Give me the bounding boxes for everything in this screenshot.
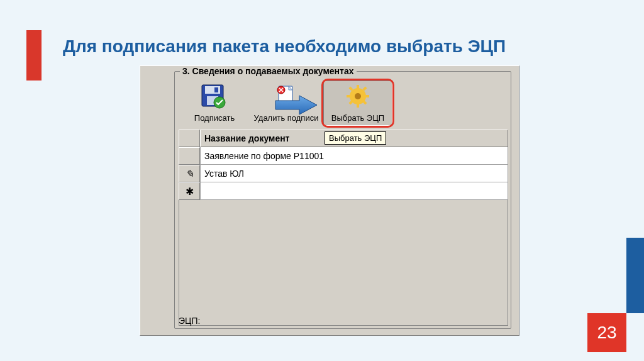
edit-pen-icon: ✎ (186, 168, 194, 180)
svg-rect-3 (214, 87, 218, 92)
delete-signatures-button[interactable]: Удалить подписи (252, 81, 321, 126)
choose-ecp-button[interactable]: Выбрать ЭЦП (323, 81, 392, 126)
ecp-label: ЭЦП: (179, 316, 200, 326)
grid-empty-area (179, 200, 508, 326)
row-selector[interactable]: ✎ (179, 165, 200, 182)
table-cell[interactable]: Устав ЮЛ (200, 165, 508, 182)
table-cell[interactable] (200, 182, 508, 200)
sign-button-label: Подписать (194, 113, 235, 123)
slide-title: Для подписания пакета необходимо выбрать… (63, 36, 506, 57)
grid-corner[interactable] (179, 130, 200, 147)
table-cell[interactable]: Заявление по форме Р11001 (200, 147, 508, 165)
svg-point-16 (355, 93, 361, 99)
new-row-icon: ✱ (186, 186, 194, 197)
documents-grid: Название документ Заявление по форме Р11… (179, 130, 508, 326)
svg-rect-9 (357, 103, 359, 108)
accent-bar (26, 30, 42, 81)
choose-button-label: Выбрать ЭЦП (331, 113, 384, 123)
delete-page-icon (274, 84, 299, 111)
svg-rect-8 (357, 85, 359, 89)
row-selector[interactable] (179, 147, 200, 165)
gear-icon (345, 84, 370, 111)
page-number: 23 (587, 313, 626, 352)
delete-button-label: Удалить подписи (254, 113, 319, 123)
blue-decor (626, 238, 644, 313)
floppy-save-icon (201, 84, 228, 111)
tooltip: Выбрать ЭЦП (325, 131, 386, 145)
app-window: 3. Сведения о подаваемых документах Подп… (140, 65, 519, 336)
groupbox-documents: 3. Сведения о подаваемых документах Подп… (174, 71, 511, 329)
svg-rect-11 (365, 95, 369, 97)
row-selector[interactable]: ✱ (179, 182, 200, 200)
toolbar: Подписать Удалить подписи (180, 81, 392, 126)
svg-rect-10 (347, 95, 351, 97)
groupbox-title: 3. Сведения о подаваемых документах (180, 66, 357, 76)
sign-button[interactable]: Подписать (180, 81, 249, 126)
